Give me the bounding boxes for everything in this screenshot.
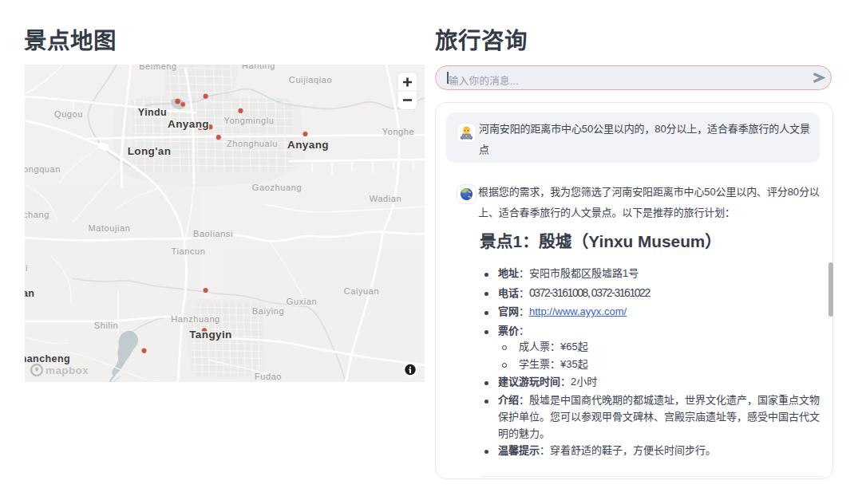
svg-text:Hanting: Hanting — [242, 65, 275, 70]
svg-text:Shancheng: Shancheng — [25, 353, 70, 364]
svg-text:i: i — [26, 263, 28, 273]
svg-text:Matoujian: Matoujian — [88, 223, 130, 233]
svg-text:Fudao: Fudao — [255, 372, 282, 381]
svg-text:Yonghe: Yonghe — [382, 127, 415, 136]
svg-text:Anyang: Anyang — [287, 139, 329, 151]
svg-text:Guxian: Guxian — [287, 297, 317, 306]
svg-text:Caiyuan: Caiyuan — [344, 286, 380, 296]
svg-text:mapbox: mapbox — [45, 364, 89, 376]
svg-text:Gaozhuang: Gaozhuang — [252, 183, 302, 192]
svg-text:Long'an: Long'an — [128, 145, 172, 157]
svg-text:Hanzhuang: Hanzhuang — [171, 314, 220, 324]
svg-text:Yindu: Yindu — [138, 107, 167, 118]
svg-text:Cuijiaqiao: Cuijiaqiao — [289, 75, 332, 85]
svg-text:Tangyin: Tangyin — [189, 329, 232, 341]
svg-text:Qugou: Qugou — [54, 109, 83, 119]
svg-text:Shilin: Shilin — [94, 321, 119, 330]
svg-text:Beimeng: Beimeng — [139, 65, 177, 71]
svg-text:ongquan: ongquan — [25, 164, 61, 174]
svg-text:Tiancun: Tiancun — [172, 246, 206, 256]
svg-text:Baiying: Baiying — [252, 306, 284, 316]
svg-text:Zhonghualu: Zhonghualu — [227, 139, 278, 148]
svg-text:an: an — [25, 288, 34, 299]
svg-text:Anyang: Anyang — [168, 118, 209, 130]
svg-text:Baoliansi: Baoliansi — [193, 229, 233, 238]
svg-text:Wadian: Wadian — [370, 194, 402, 203]
svg-text:chang: chang — [25, 210, 49, 219]
svg-text:Yongminglu: Yongminglu — [223, 116, 274, 125]
